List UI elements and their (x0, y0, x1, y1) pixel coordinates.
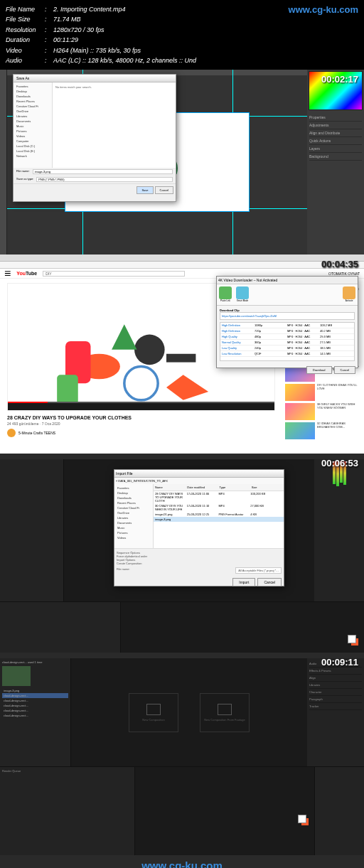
file-row[interactable]: image-3.png (154, 517, 284, 522)
cancel-button[interactable]: Cancel (257, 578, 282, 586)
toolbar-left[interactable] (0, 70, 7, 254)
project-panel[interactable]: cloud-design-vect... used 1 time image-3… (0, 658, 71, 766)
suggestion-item[interactable]: 38 GIRLY HACKS YOU WISH YOU KNEW SOONER (285, 403, 361, 420)
timeline-tracks[interactable] (135, 767, 314, 855)
panel-label[interactable]: Quick Actions (309, 137, 362, 145)
hamburger-icon[interactable]: ≡ (4, 267, 11, 280)
suggestion-item[interactable]: 32 IDEIAS CASEIRAS BRILHANTES COM... (285, 422, 361, 439)
sidebar-item[interactable]: Recent Places (15, 99, 50, 104)
timeline-tab[interactable]: Render Queue (2, 769, 132, 773)
sidebar-item[interactable]: Libraries (116, 515, 151, 520)
search-input[interactable]: DIY (43, 271, 185, 277)
format-select[interactable]: All Acceptable Files (*.prproj;*… (235, 567, 282, 574)
activate-icon[interactable] (343, 286, 355, 299)
cancel-button[interactable]: Cancel (155, 186, 173, 194)
suggestion-item[interactable]: DIY CLOTHING IDEAS YOU'LL LOVE (285, 384, 361, 401)
panel-tab[interactable]: Paragraph (309, 696, 362, 703)
sidebar-item[interactable]: Libraries (15, 114, 50, 119)
sidebar-item[interactable]: Documents (15, 119, 50, 124)
sidebar-item[interactable]: Network (15, 154, 50, 159)
sidebar-item[interactable]: Music (116, 525, 151, 530)
project-item[interactable]: cloud-design-vect... (2, 708, 68, 713)
sidebar-item[interactable]: Music (15, 124, 50, 129)
table-row[interactable]: High Definition720pMP4 · H264 · AAC40.2 … (220, 328, 354, 334)
file-list[interactable]: NameDate modifiedTypeSize 28 CRAZY DIY W… (154, 484, 284, 548)
project-item[interactable]: image-3.png (2, 688, 68, 693)
sidebar-item[interactable]: Favorites (15, 84, 50, 89)
file-list[interactable]: No items match your search. (53, 82, 176, 168)
project-item[interactable]: cloud-design-vect... (2, 713, 68, 718)
sidebar-item[interactable]: Downloads (116, 495, 151, 500)
file-row[interactable]: 28 CRAZY DIY WAYS TO UPGRADE YOUR CLOTH1… (154, 491, 284, 503)
panel-label[interactable]: Properties (309, 114, 362, 122)
new-comp-footage-drop[interactable]: New Composition From Footage (200, 693, 250, 732)
sidebar-item[interactable]: Pictures (15, 129, 50, 134)
project-item[interactable]: cloud-design-vect... (2, 698, 68, 703)
sidebar-item[interactable]: Documents (116, 520, 151, 525)
sidebar-item[interactable]: Favorites (116, 486, 151, 491)
color-swatch[interactable] (350, 637, 360, 647)
table-row[interactable]: Low ResolutionQCIFMP4 · H264 · AAC14.5 M… (220, 351, 354, 357)
sidebar-item[interactable]: Videos (15, 134, 50, 139)
panel-tab[interactable]: Libraries (309, 682, 362, 689)
address-bar[interactable] (0, 262, 364, 269)
file-row[interactable]: image-01.png25-03-2020 12:25PNG Format A… (154, 512, 284, 517)
download-button[interactable]: Download (306, 366, 332, 374)
sidebar-item[interactable]: OneDrive (15, 109, 50, 114)
sidebar-item[interactable]: Local Disk (E:) (15, 149, 50, 154)
panel-label[interactable]: Adjustments (309, 122, 362, 129)
table-row[interactable]: Normal Quality360pMP4 · H264 · AAC27.5 M… (220, 340, 354, 345)
timeline-right-panel[interactable] (314, 767, 364, 855)
sidebar-item[interactable]: Local Disk (C:) (15, 144, 50, 149)
browser-tabs[interactable] (0, 254, 364, 262)
timeline-layers[interactable] (0, 602, 121, 653)
project-panel[interactable] (0, 459, 64, 601)
timeline-tracks[interactable] (121, 602, 364, 653)
table-row[interactable]: Low Quality240pMP4 · H264 · AAC18.5 MB (220, 345, 354, 351)
file-row[interactable]: 30 CRAZY DIYS YOU NEED IN YOUR LIFE17-03… (154, 503, 284, 512)
sidebar-item[interactable]: Desktop (15, 89, 50, 94)
panel-label[interactable]: Layers (309, 145, 362, 153)
project-item[interactable]: cloud-design-vect... (2, 693, 68, 698)
saveastype-select[interactable]: PNG (*.PNG;*.PNG) (36, 177, 173, 182)
cancel-button[interactable]: Cancel (334, 366, 355, 374)
paste-icon[interactable] (219, 286, 232, 299)
channel-name[interactable]: 5-Minute Crafts TEENS (18, 431, 55, 435)
timeline-layers[interactable]: Render Queue (0, 767, 135, 855)
sidebar-item[interactable]: OneDrive (116, 510, 151, 515)
timeline[interactable] (0, 601, 364, 653)
youtube-logo[interactable]: YouTube (16, 271, 37, 276)
color-swatch[interactable] (300, 817, 310, 827)
dialog-sidebar[interactable]: Favorites Desktop Downloads Recent Place… (14, 82, 53, 168)
sidebar-item[interactable]: Downloads (15, 94, 50, 99)
option-checkbox[interactable]: Create Composition (117, 562, 282, 565)
import-button[interactable]: Import (232, 578, 255, 586)
menu-bar[interactable] (0, 454, 364, 459)
project-thumbnail[interactable] (2, 666, 31, 686)
menu-bar[interactable] (0, 653, 364, 658)
project-item[interactable]: cloud-design-vect... (2, 703, 68, 708)
panel-tab[interactable]: Effects & Presets (309, 668, 362, 675)
save-button[interactable]: Save (136, 186, 153, 194)
sidebar-item[interactable]: Desktop (116, 491, 151, 495)
panel-label[interactable]: Background (309, 153, 362, 161)
timeline[interactable]: Render Queue (0, 766, 364, 855)
panel-tab[interactable]: Align (309, 675, 362, 682)
sidebar-item[interactable]: Computer (15, 139, 50, 144)
panel-tab[interactable]: Character (309, 689, 362, 696)
channel-avatar[interactable] (7, 429, 16, 437)
filename-input[interactable]: image-3.png (33, 169, 173, 174)
table-row[interactable]: High Quality480pMP4 · H264 · AAC29.3 MB (220, 334, 354, 340)
sidebar-item[interactable]: Creative Cloud Fi (116, 505, 151, 510)
table-row[interactable]: High Definition1080pMP4 · H264 · AAC103.… (220, 323, 354, 328)
sidebar-item[interactable]: Videos (116, 535, 151, 540)
dialog-sidebar[interactable]: Favorites Desktop Downloads Recent Place… (114, 484, 154, 548)
sidebar-item[interactable]: Recent Places (116, 500, 151, 505)
smart-icon[interactable] (236, 286, 249, 299)
sidebar-item[interactable]: Creative Cloud Fi (15, 104, 50, 109)
new-comp-drop[interactable]: New Composition (129, 693, 178, 732)
path-bar[interactable]: « DATA_001_INTRODUCTION_TO_AFX (114, 478, 284, 484)
panel-label[interactable]: Align and Distribute (309, 129, 362, 137)
panel-tab[interactable]: Tracker (309, 703, 362, 710)
sidebar-item[interactable]: Pictures (116, 530, 151, 535)
